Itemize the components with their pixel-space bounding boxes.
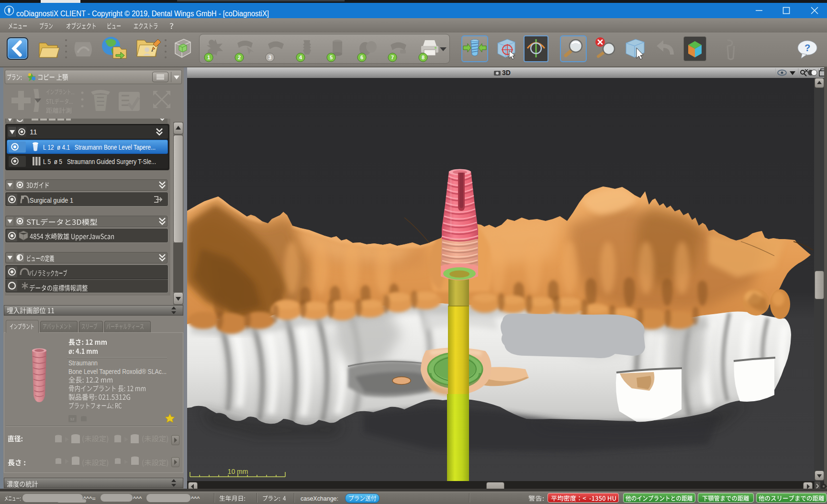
svg-text:Bone Level Tapered Roxolid® SL: Bone Level Tapered Roxolid® SLAc... — [68, 367, 167, 375]
svg-text:Straumann: Straumann — [68, 359, 98, 367]
